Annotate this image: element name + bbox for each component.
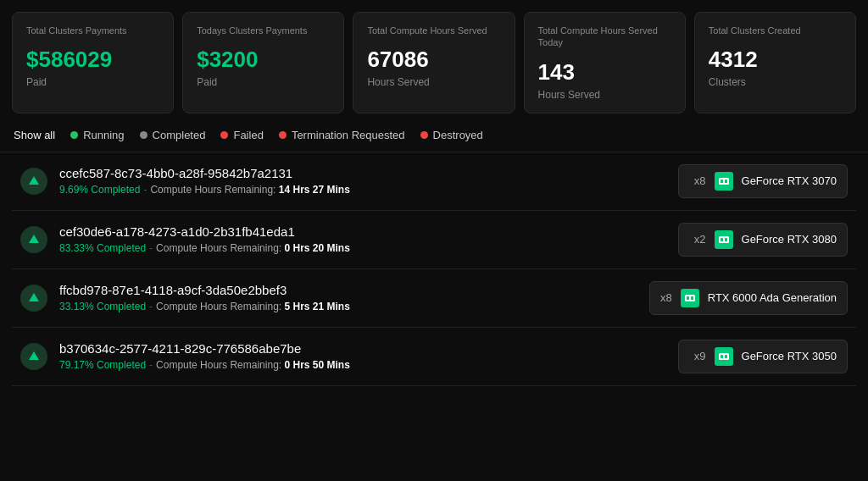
show-all-label: Show all [14,129,55,141]
cluster-left-2: ffcbd978-87e1-4118-a9cf-3da50e2bbef3 33.… [20,283,350,312]
filter-row: Show all Running Completed Failed Termin… [0,122,868,152]
cluster-info-2: ffcbd978-87e1-4118-a9cf-3da50e2bbef3 33.… [59,283,350,312]
completed-label: Completed [153,129,206,141]
svg-rect-14 [721,355,723,358]
svg-rect-5 [719,236,729,243]
running-label: Running [83,129,124,141]
gpu-badge-1: x2 GeForce RTX 3080 [678,223,848,257]
stats-row: Total Clusters Payments $586029 Paid Tod… [0,0,868,122]
gpu-count-2: x8 [660,291,672,304]
stat-title-4: Total Clusters Created [709,25,842,36]
cluster-id-2: ffcbd978-87e1-4118-a9cf-3da50e2bbef3 [59,283,350,297]
gpu-icon-2 [681,289,699,307]
stat-value-4: 4312 [709,47,842,73]
filter-termination[interactable]: Termination Requested [279,129,405,141]
stat-sub-0: Paid [26,76,159,88]
cluster-item[interactable]: b370634c-2577-4211-829c-776586abe7be 79.… [12,328,856,386]
filter-completed[interactable]: Completed [140,129,206,141]
stat-sub-4: Clusters [709,76,842,88]
svg-rect-11 [691,296,693,300]
cluster-info-3: b370634c-2577-4211-829c-776586abe7be 79.… [59,341,350,371]
stat-sub-3: Hours Served [538,89,671,101]
stat-sub-1: Paid [197,76,330,88]
gpu-icon-1 [715,230,733,249]
filter-destroyed[interactable]: Destroyed [420,129,483,141]
cluster-id-1: cef30de6-a178-4273-a1d0-2b31fb41eda1 [59,224,350,239]
destroyed-label: Destroyed [433,129,483,141]
gpu-icon-0 [715,172,733,191]
svg-rect-1 [719,178,729,185]
svg-marker-0 [29,176,39,185]
stat-title-2: Total Compute Hours Served [367,25,500,36]
stat-value-0: $586029 [26,47,159,73]
termination-label: Termination Requested [292,129,405,141]
gpu-count-0: x8 [694,174,706,187]
cluster-item[interactable]: ccefc587-8c73-4bb0-a28f-95842b7a2131 9.6… [12,152,856,211]
cluster-icon-3 [20,343,47,370]
stat-card-3: Total Compute Hours Served Today 143 Hou… [524,12,686,113]
completed-dot [140,131,147,139]
failed-dot [220,131,228,139]
gpu-name-0: GeForce RTX 3070 [742,174,837,187]
cluster-left-3: b370634c-2577-4211-829c-776586abe7be 79.… [20,341,350,371]
gpu-icon-3 [715,347,733,366]
stat-title-0: Total Clusters Payments [26,25,159,36]
svg-rect-10 [687,296,689,300]
cluster-info-1: cef30de6-a178-4273-a1d0-2b31fb41eda1 83.… [59,224,350,254]
cluster-status-3: 79.17% Completed-Compute Hours Remaining… [59,359,350,371]
svg-rect-7 [725,238,727,241]
gpu-name-3: GeForce RTX 3050 [742,350,837,362]
filter-show-all[interactable]: Show all [14,129,55,141]
running-dot [70,131,78,139]
gpu-badge-2: x8 RTX 6000 Ada Generation [649,281,848,315]
stat-value-1: $3200 [197,47,330,73]
svg-marker-8 [29,293,39,301]
gpu-name-2: RTX 6000 Ada Generation [708,291,837,304]
stat-title-3: Total Compute Hours Served Today [538,25,671,49]
cluster-item[interactable]: ffcbd978-87e1-4118-a9cf-3da50e2bbef3 33.… [12,269,856,328]
gpu-badge-0: x8 GeForce RTX 3070 [678,164,848,198]
stat-card-1: Todays Clusters Payments $3200 Paid [182,12,344,113]
cluster-status-0: 9.69% Completed-Compute Hours Remaining:… [59,184,350,196]
termination-dot [279,131,287,139]
svg-marker-12 [29,351,39,360]
svg-rect-15 [725,355,727,358]
cluster-id-3: b370634c-2577-4211-829c-776586abe7be [59,341,350,356]
cluster-item[interactable]: cef30de6-a178-4273-a1d0-2b31fb41eda1 83.… [12,211,856,269]
stat-title-1: Todays Clusters Payments [197,25,330,36]
cluster-list: ccefc587-8c73-4bb0-a28f-95842b7a2131 9.6… [0,152,868,386]
stat-value-3: 143 [538,59,671,86]
cluster-info-0: ccefc587-8c73-4bb0-a28f-95842b7a2131 9.6… [59,166,350,196]
cluster-icon-2 [20,285,47,312]
gpu-count-1: x2 [694,233,706,246]
cluster-icon-1 [20,226,47,253]
cluster-icon-0 [20,168,47,195]
cluster-status-1: 83.33% Completed-Compute Hours Remaining… [59,242,350,254]
cluster-id-0: ccefc587-8c73-4bb0-a28f-95842b7a2131 [59,166,350,180]
destroyed-dot [420,131,428,139]
gpu-count-3: x9 [694,350,706,362]
stat-sub-2: Hours Served [367,76,500,88]
filter-running[interactable]: Running [70,129,124,141]
stat-card-4: Total Clusters Created 4312 Clusters [694,12,856,113]
cluster-left-0: ccefc587-8c73-4bb0-a28f-95842b7a2131 9.6… [20,166,350,196]
failed-label: Failed [233,129,263,141]
stat-card-0: Total Clusters Payments $586029 Paid [12,12,174,113]
svg-rect-2 [721,180,723,183]
cluster-status-2: 33.13% Completed-Compute Hours Remaining… [59,301,350,312]
stat-card-2: Total Compute Hours Served 67086 Hours S… [353,12,515,113]
cluster-left-1: cef30de6-a178-4273-a1d0-2b31fb41eda1 83.… [20,224,350,254]
gpu-badge-3: x9 GeForce RTX 3050 [678,340,848,373]
filter-failed[interactable]: Failed [220,129,263,141]
gpu-name-1: GeForce RTX 3080 [742,233,837,246]
svg-marker-4 [29,235,39,243]
svg-rect-3 [725,180,727,183]
stat-value-2: 67086 [367,47,500,73]
svg-rect-9 [685,295,695,301]
svg-rect-6 [721,238,723,241]
svg-rect-13 [719,353,729,360]
